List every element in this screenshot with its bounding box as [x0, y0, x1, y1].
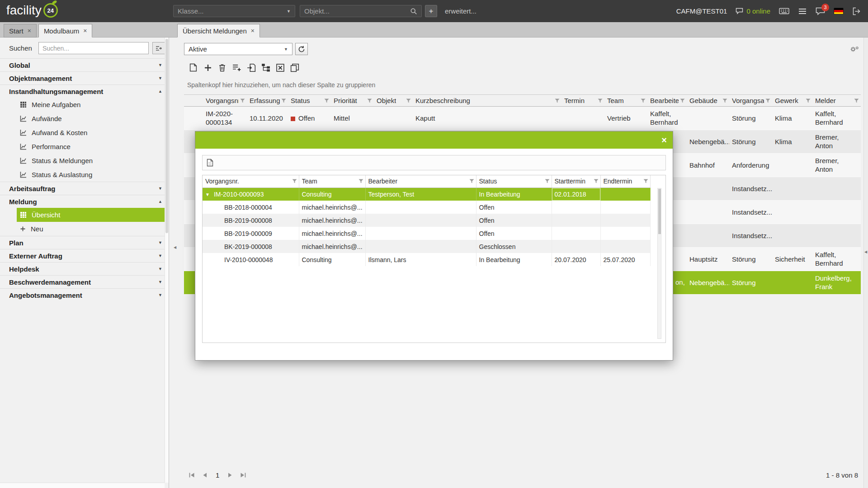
- prev-page-button[interactable]: [202, 472, 208, 478]
- filter-icon[interactable]: [639, 99, 646, 103]
- add-object-button[interactable]: +: [425, 5, 437, 17]
- online-status[interactable]: 0 online: [736, 7, 770, 15]
- sidebar-item-neu[interactable]: Neu: [0, 222, 169, 236]
- sidebar-item-status-meldungen[interactable]: Status & Meldungen: [0, 154, 169, 168]
- expand-right-panel-icon[interactable]: ◀: [864, 250, 867, 254]
- close-icon[interactable]: ×: [83, 27, 87, 34]
- column-header-starttermin[interactable]: Starttermin: [552, 175, 600, 188]
- column-header-erfassungsd[interactable]: Erfassungsd...: [247, 95, 288, 107]
- keyboard-icon[interactable]: [779, 7, 789, 15]
- new-document-button[interactable]: [187, 61, 199, 74]
- sidebar-item-status-auslastung[interactable]: Status & Auslastung: [0, 168, 169, 182]
- column-header-kurzbeschreibung[interactable]: Kurzbeschreibung: [413, 95, 561, 107]
- filter-icon[interactable]: [853, 99, 859, 103]
- language-flag-icon[interactable]: [834, 8, 844, 14]
- import-button[interactable]: [245, 61, 257, 74]
- hierarchy-button[interactable]: [259, 61, 272, 74]
- delete-button[interactable]: [216, 61, 228, 74]
- filter-icon[interactable]: [592, 179, 599, 183]
- sidebar-category-helpdesk[interactable]: Helpdesk▼: [0, 262, 169, 275]
- column-header-priorit-t[interactable]: Priorität: [331, 95, 374, 107]
- collapse-sidebar-icon[interactable]: ◀: [174, 245, 176, 249]
- add-to-list-button[interactable]: [231, 61, 243, 74]
- table-row[interactable]: IV-2010-0000048ConsultingIlsmann, LarsIn…: [203, 253, 650, 266]
- collapse-row-icon[interactable]: ▼: [205, 192, 210, 197]
- table-row[interactable]: BB-2019-000008michael.heinrichs@...Offen: [203, 214, 650, 227]
- table-row[interactable]: IM-2020-000013410.11.2020OffenMittelKapu…: [184, 107, 861, 130]
- filter-icon[interactable]: [291, 179, 297, 183]
- filter-icon[interactable]: [323, 99, 329, 103]
- search-options-button[interactable]: [152, 42, 165, 54]
- right-panel-scrollbar[interactable]: ◀: [863, 38, 868, 488]
- filter-icon[interactable]: [804, 99, 811, 103]
- advanced-search-link[interactable]: erweitert...: [445, 7, 476, 15]
- register-button[interactable]: [288, 61, 301, 74]
- dialog-header[interactable]: ×: [195, 131, 673, 149]
- close-icon[interactable]: ×: [661, 134, 667, 146]
- sidebar-category-externer-auftrag[interactable]: Externer Auftrag▼: [0, 249, 169, 262]
- document-icon[interactable]: [207, 159, 213, 167]
- sidebar-category-global[interactable]: Global▼: [0, 58, 169, 71]
- sidebar-category-objektmanagement[interactable]: Objektmanagement▼: [0, 71, 169, 84]
- tab-bersicht-meldungen[interactable]: Übersicht Meldungen×: [177, 24, 260, 38]
- filter-icon[interactable]: [468, 179, 474, 183]
- column-header-vorgangsar[interactable]: Vorgangsar...: [729, 95, 772, 107]
- filter-icon[interactable]: [405, 99, 411, 103]
- filter-icon[interactable]: [543, 179, 550, 183]
- column-header-melder[interactable]: Melder: [812, 95, 861, 107]
- filter-icon[interactable]: [721, 99, 727, 103]
- objekt-search-field[interactable]: [300, 5, 422, 17]
- sidebar-item-bersicht[interactable]: Übersicht: [17, 208, 169, 222]
- search-icon[interactable]: [410, 8, 417, 15]
- column-header-status[interactable]: Status: [476, 175, 552, 188]
- refresh-button[interactable]: [295, 43, 308, 55]
- filter-icon[interactable]: [596, 99, 603, 103]
- sidebar-category-arbeitsauftrag[interactable]: Arbeitsauftrag▼: [0, 182, 169, 195]
- sidebar-category-instandhaltungsmanagement[interactable]: Instandhaltungsmanagement▲: [0, 84, 169, 98]
- scrollbar-thumb[interactable]: [165, 39, 168, 233]
- next-page-button[interactable]: [227, 472, 233, 478]
- objekt-search-input[interactable]: [304, 7, 407, 15]
- scrollbar-thumb[interactable]: [658, 189, 661, 234]
- logout-icon[interactable]: [852, 7, 861, 15]
- table-row[interactable]: BB-2018-000004michael.heinrichs@...Offen: [203, 201, 650, 214]
- sidebar-category-plan[interactable]: Plan▼: [0, 236, 169, 249]
- table-row[interactable]: BB-2019-000009michael.heinrichs@...Offen: [203, 227, 650, 240]
- table-row[interactable]: BK-2019-000008michael.heinrichs@...Gesch…: [203, 240, 650, 253]
- column-header-team[interactable]: Team: [604, 95, 647, 107]
- column-header-objekt[interactable]: Objekt: [374, 95, 413, 107]
- column-header-vorgangsnr[interactable]: Vorgangsnr.: [203, 95, 247, 107]
- sidebar-item-aufw-nde[interactable]: Aufwände: [0, 112, 169, 126]
- column-header-termin[interactable]: Termin: [561, 95, 604, 107]
- column-header-gewerk[interactable]: Gewerk: [772, 95, 812, 107]
- column-header-bearbeiter[interactable]: Bearbeiter: [365, 175, 476, 188]
- filter-icon[interactable]: [764, 99, 770, 103]
- menu-icon[interactable]: [798, 8, 807, 15]
- sidebar-category-angebotsmanagement[interactable]: Angebotsmanagement▼: [0, 288, 169, 301]
- filter-icon[interactable]: [553, 99, 560, 103]
- filter-icon[interactable]: [642, 179, 648, 183]
- grid-settings-button[interactable]: [849, 44, 860, 55]
- notifications-button[interactable]: 3: [816, 7, 825, 15]
- status-filter-dropdown[interactable]: Aktive ▼: [184, 43, 292, 55]
- column-header-endtermin[interactable]: Endtermin: [600, 175, 650, 188]
- filter-icon[interactable]: [357, 179, 363, 183]
- add-button[interactable]: [202, 61, 214, 74]
- column-header-vorgangsnr[interactable]: Vorgangsnr.: [203, 175, 299, 188]
- column-header-bearbeiter[interactable]: Bearbeiter: [647, 95, 687, 107]
- sidebar-category-beschwerdemanagement[interactable]: Beschwerdemanagement▼: [0, 275, 169, 288]
- sidebar-item-aufwand-kosten[interactable]: Aufwand & Kosten: [0, 126, 169, 140]
- close-icon[interactable]: ×: [28, 27, 31, 34]
- filter-icon[interactable]: [280, 99, 286, 103]
- close-icon[interactable]: ×: [251, 27, 255, 34]
- column-header-team[interactable]: Team: [299, 175, 365, 188]
- column-header-geb-ude[interactable]: Gebäude: [687, 95, 729, 107]
- filter-icon[interactable]: [679, 99, 685, 103]
- table-row[interactable]: ▼IM-2010-0000093ConsultingTestperson, Te…: [203, 188, 650, 201]
- tab-modulbaum[interactable]: Modulbaum×: [38, 24, 93, 38]
- sidebar-search-input[interactable]: [38, 42, 149, 54]
- dialog-scrollbar[interactable]: [657, 188, 661, 339]
- sidebar-vertical-scrollbar[interactable]: [165, 38, 169, 483]
- first-page-button[interactable]: [189, 472, 195, 478]
- klasse-dropdown[interactable]: Klasse... ▼: [173, 5, 295, 17]
